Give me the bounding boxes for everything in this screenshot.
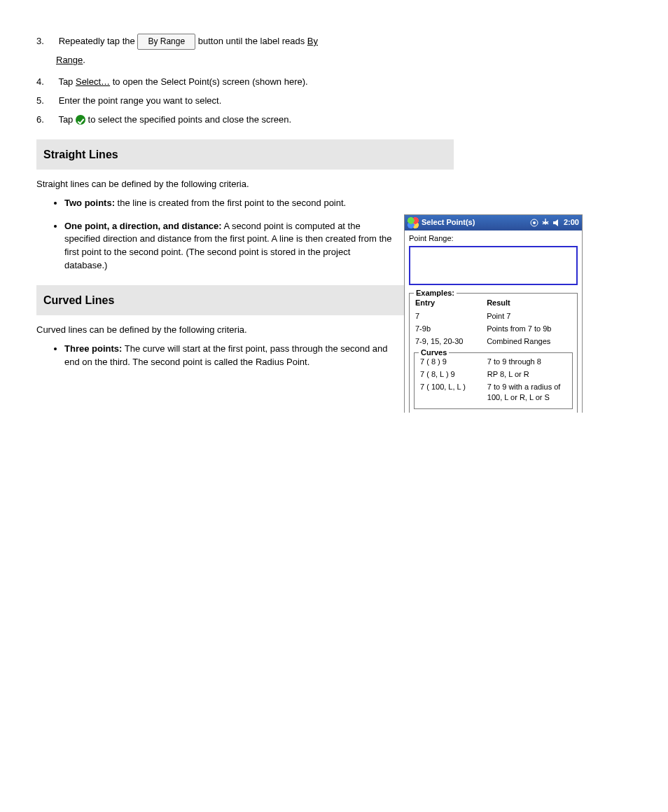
step-num-6: 6. — [36, 113, 56, 127]
step-num-3: 3. — [36, 35, 56, 48]
select-link: Select… — [76, 76, 110, 87]
step-num-5: 5. — [36, 95, 56, 108]
result-header: Result — [485, 296, 573, 310]
section-straight-lines-title: Straight Lines — [36, 139, 454, 170]
by-range-button-illustration: By Range — [137, 34, 195, 50]
straight-intro: Straight lines can be defined by the fol… — [36, 178, 401, 191]
examples-legend: Examples: — [414, 288, 457, 299]
step-3-period: . — [83, 55, 85, 65]
pocketpc-screenshot: Select Point(s) 2:00 Point Range: Exampl… — [404, 214, 583, 413]
section-curved-lines-title: Curved Lines — [36, 285, 454, 315]
step-3-text-b: button until the label reads By — [198, 36, 318, 46]
curves-entry: 7 ( 8, L ) 9 — [419, 369, 486, 381]
curves-row: 7 ( 100, L, L ) 7 to 9 with a radius of … — [419, 381, 568, 405]
pocketpc-time: 2:00 — [564, 217, 579, 228]
step-3-underline-range: Range — [56, 55, 83, 65]
example-result: Point 7 — [485, 310, 573, 323]
curves-result: 7 to 9 through 8 — [486, 356, 568, 369]
curved-intro: Curved lines can be defined by the follo… — [36, 324, 401, 337]
pocketpc-tray: 2:00 — [530, 217, 579, 228]
step-6-text-a: Tap — [58, 114, 76, 125]
example-entry: 7-9, 15, 20-30 — [414, 336, 485, 348]
curves-entry: 7 ( 100, L, L ) — [419, 381, 486, 405]
curves-result: 7 to 9 with a radius of 100, L or R, L o… — [486, 381, 568, 405]
straight-bullet-1-bold: Two points: — [64, 198, 115, 208]
straight-bullet-2: One point, a direction, and distance: A … — [64, 220, 394, 273]
step-num-4: 4. — [36, 76, 56, 89]
curves-fieldset: Curves 7 ( 8 ) 9 7 to 9 through 8 7 ( 8,… — [414, 352, 573, 410]
curved-bullet-1: Three points: The curve will start at th… — [64, 343, 394, 369]
step-5-text: Enter the point range you want to select… — [59, 95, 222, 106]
step-3-text-a: Repeatedly tap the — [59, 36, 135, 46]
step-4-text-b: to open the Select Point(s) screen (show… — [110, 76, 308, 87]
svg-point-1 — [533, 221, 536, 224]
curves-legend: Curves — [419, 347, 449, 359]
step-5: 5. Enter the point range you want to sel… — [36, 95, 401, 108]
curved-bullets: Three points: The curve will start at th… — [64, 343, 394, 369]
straight-bullet-2-bold: One point, a direction, and distance: — [64, 221, 222, 231]
step-4: 4. Tap Select… to open the Select Point(… — [36, 76, 401, 89]
curves-result: RP 8, L or R — [486, 369, 568, 381]
example-result: Combined Ranges — [485, 336, 573, 348]
step-3: 3. Repeatedly tap the By Range button un… — [36, 34, 429, 50]
example-entry: 7 — [414, 310, 485, 323]
pocketpc-title: Select Point(s) — [422, 217, 475, 228]
speaker-icon — [552, 219, 561, 227]
running-icon — [530, 219, 538, 227]
example-row: 7-9b Points from 7 to 9b — [414, 323, 573, 336]
examples-table: Entry Result 7 Point 7 7-9b Points from … — [414, 296, 573, 348]
straight-bullet-1-rest: the line is created from the first point… — [115, 198, 346, 208]
example-row: 7 Point 7 — [414, 310, 573, 323]
examples-fieldset: Examples: Entry Result 7 Point 7 7-9b Po… — [409, 293, 578, 413]
point-range-label: Point Range: — [409, 233, 578, 245]
curves-table: 7 ( 8 ) 9 7 to 9 through 8 7 ( 8, L ) 9 … — [419, 356, 568, 405]
example-entry: 7-9b — [414, 323, 485, 336]
curved-bullet-1-bold: Three points: — [64, 343, 122, 354]
step-3-continued: Range. — [56, 54, 632, 67]
step-6-text-b: to select the specified points and close… — [88, 114, 292, 125]
check-icon — [76, 115, 85, 125]
example-result: Points from 7 to 9b — [485, 323, 573, 336]
windows-flag-icon — [408, 217, 419, 228]
curves-row: 7 ( 8, L ) 9 RP 8, L or R — [419, 369, 568, 381]
pocketpc-titlebar: Select Point(s) 2:00 — [405, 215, 582, 230]
pocketpc-body: Point Range: Examples: Entry Result 7 Po… — [405, 230, 582, 413]
straight-bullet-1: Two points: the line is created from the… — [64, 197, 394, 210]
example-row: 7-9, 15, 20-30 Combined Ranges — [414, 336, 573, 348]
connection-icon — [541, 219, 550, 227]
point-range-input[interactable] — [409, 246, 578, 285]
straight-bullets: Two points: the line is created from the… — [64, 197, 394, 273]
step-6: 6. Tap to select the specified points an… — [36, 113, 401, 127]
step-4-text-a: Tap — [58, 76, 76, 87]
